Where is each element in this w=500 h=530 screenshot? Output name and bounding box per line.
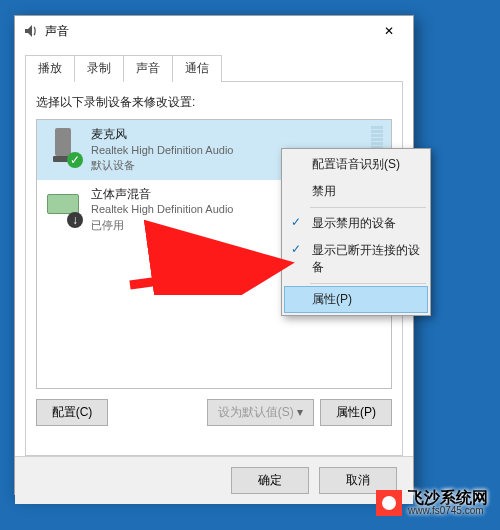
tab-communications[interactable]: 通信 xyxy=(172,55,222,82)
menu-item-configure-speech[interactable]: 配置语音识别(S) xyxy=(284,151,428,178)
menu-item-label: 显示已断开连接的设备 xyxy=(312,243,420,274)
menu-item-properties[interactable]: 属性(P) xyxy=(284,286,428,313)
menu-item-show-disabled[interactable]: ✓ 显示禁用的设备 xyxy=(284,210,428,237)
close-button[interactable]: ✕ xyxy=(369,19,409,43)
ok-button[interactable]: 确定 xyxy=(231,467,309,494)
menu-item-label: 显示禁用的设备 xyxy=(312,216,396,230)
properties-button[interactable]: 属性(P) xyxy=(320,399,392,426)
device-name: 立体声混音 xyxy=(91,186,233,203)
default-badge-icon: ✓ xyxy=(67,152,83,168)
menu-separator xyxy=(310,283,426,284)
device-text: 麦克风 Realtek High Definition Audio 默认设备 xyxy=(91,126,233,174)
tab-playback[interactable]: 播放 xyxy=(25,55,75,82)
watermark-text: 飞沙系统网 www.fs0745.com xyxy=(408,490,488,516)
device-status: 默认设备 xyxy=(91,158,233,173)
device-driver: Realtek High Definition Audio xyxy=(91,202,233,217)
menu-separator xyxy=(310,207,426,208)
menu-item-disable[interactable]: 禁用 xyxy=(284,178,428,205)
menu-item-show-disconnected[interactable]: ✓ 显示已断开连接的设备 xyxy=(284,237,428,281)
device-prompt: 选择以下录制设备来修改设置: xyxy=(36,94,392,111)
disabled-badge-icon: ↓ xyxy=(67,212,83,228)
device-status: 已停用 xyxy=(91,218,233,233)
microphone-icon: ✓ xyxy=(45,126,81,166)
device-text: 立体声混音 Realtek High Definition Audio 已停用 xyxy=(91,186,233,234)
context-menu: 配置语音识别(S) 禁用 ✓ 显示禁用的设备 ✓ 显示已断开连接的设备 属性(P… xyxy=(281,148,431,316)
check-icon: ✓ xyxy=(291,242,301,256)
titlebar[interactable]: 声音 ✕ xyxy=(15,16,413,46)
set-default-button[interactable]: 设为默认值(S) xyxy=(207,399,314,426)
mixer-icon: ↓ xyxy=(45,186,81,226)
check-icon: ✓ xyxy=(291,215,301,229)
tab-recording[interactable]: 录制 xyxy=(74,55,124,82)
watermark-logo-icon xyxy=(376,490,402,516)
tab-sounds[interactable]: 声音 xyxy=(123,55,173,82)
dialog-footer: 确定 取消 xyxy=(15,456,413,504)
tab-strip: 播放 录制 声音 通信 xyxy=(25,54,403,82)
device-driver: Realtek High Definition Audio xyxy=(91,143,233,158)
watermark-name: 飞沙系统网 xyxy=(408,490,488,506)
watermark: 飞沙系统网 www.fs0745.com xyxy=(376,490,488,516)
close-icon: ✕ xyxy=(384,24,394,38)
device-name: 麦克风 xyxy=(91,126,233,143)
bottom-button-row: 配置(C) 设为默认值(S) 属性(P) xyxy=(36,399,392,426)
dialog-title: 声音 xyxy=(45,23,369,40)
configure-button[interactable]: 配置(C) xyxy=(36,399,108,426)
sound-icon xyxy=(23,23,39,39)
watermark-url: www.fs0745.com xyxy=(408,506,488,516)
